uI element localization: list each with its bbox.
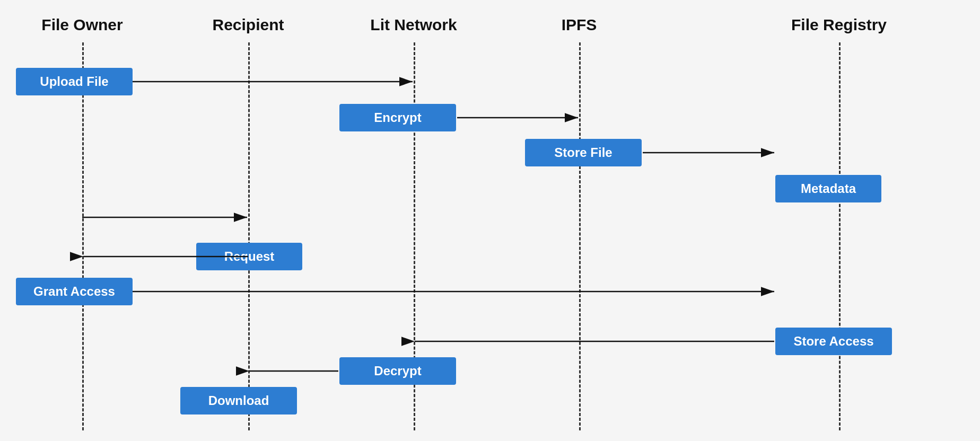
actor-file-owner: File Owner bbox=[41, 16, 122, 34]
actor-recipient: Recipient bbox=[212, 16, 284, 34]
metadata-box: Metadata bbox=[775, 175, 881, 202]
store-file-box: Store File bbox=[525, 139, 642, 166]
encrypt-box: Encrypt bbox=[339, 104, 456, 131]
decrypt-box: Decrypt bbox=[339, 357, 456, 385]
arrows-overlay bbox=[0, 0, 980, 441]
lifeline-ipfs bbox=[579, 42, 581, 430]
lifeline-file-owner bbox=[82, 42, 84, 430]
lifeline-file-registry bbox=[839, 42, 841, 430]
lifeline-recipient bbox=[248, 42, 250, 430]
store-access-box: Store Access bbox=[775, 328, 892, 355]
actor-ipfs: IPFS bbox=[562, 16, 597, 34]
request-box: Request bbox=[196, 243, 302, 270]
sequence-diagram: File Owner Recipient Lit Network IPFS Fi… bbox=[0, 0, 980, 441]
download-box: Download bbox=[180, 387, 297, 414]
upload-file-box: Upload File bbox=[16, 68, 133, 95]
grant-access-box: Grant Access bbox=[16, 278, 133, 305]
actor-lit-network: Lit Network bbox=[370, 16, 457, 34]
actor-file-registry: File Registry bbox=[791, 16, 887, 34]
